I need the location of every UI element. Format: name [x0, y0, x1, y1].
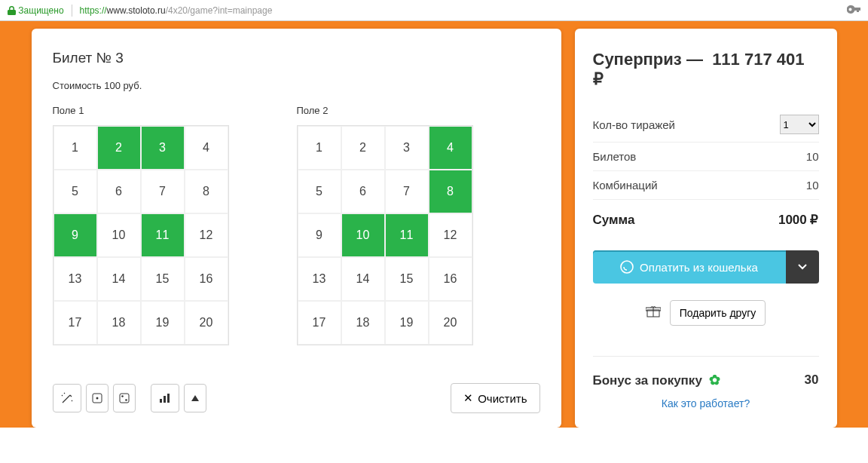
clear-button-label: Очистить: [478, 392, 527, 405]
row-total: Сумма 1000 ₽: [593, 204, 819, 235]
dice-2-icon: [119, 393, 130, 403]
row-draws: Кол-во тиражей 1: [593, 107, 819, 143]
number-cell[interactable]: 12: [429, 213, 472, 257]
gift-icon: [646, 305, 661, 320]
summary-panel: Суперприз — 111 717 401 ₽ Кол-во тиражей…: [575, 29, 837, 428]
number-cell[interactable]: 15: [385, 257, 429, 301]
number-cell[interactable]: 3: [385, 126, 429, 170]
number-cell[interactable]: 7: [141, 170, 185, 213]
number-cell[interactable]: 6: [341, 170, 385, 213]
number-cell[interactable]: 17: [53, 301, 97, 345]
field-2-label: Поле 2: [297, 105, 473, 116]
bonus-value: 30: [805, 373, 819, 388]
tickets-label: Билетов: [593, 150, 637, 163]
bar-chart-icon: [159, 393, 171, 403]
clear-button[interactable]: ✕ Очистить: [451, 383, 539, 413]
number-cell[interactable]: 11: [141, 213, 185, 257]
address-bar: Защищено https://www.stoloto.ru/4x20/gam…: [0, 0, 868, 21]
number-cell[interactable]: 5: [298, 170, 341, 213]
dice-1-button[interactable]: [86, 384, 108, 412]
close-icon: ✕: [463, 391, 473, 405]
number-cell[interactable]: 5: [53, 170, 97, 213]
secure-label: Защищено: [18, 5, 63, 16]
total-value: 1000 ₽: [778, 212, 819, 228]
number-cell[interactable]: 4: [429, 126, 472, 170]
number-cell[interactable]: 10: [97, 213, 141, 257]
svg-point-4: [125, 399, 127, 401]
secure-indicator: Защищено: [8, 5, 64, 16]
number-cell[interactable]: 7: [385, 170, 429, 213]
superprize: Суперприз — 111 717 401 ₽: [593, 50, 819, 89]
magic-wand-icon: [60, 391, 74, 405]
url-protocol: https://: [80, 5, 107, 16]
sort-button[interactable]: [184, 384, 206, 412]
number-cell[interactable]: 8: [185, 170, 228, 213]
field-2: Поле 2 1234567891011121314151617181920: [297, 105, 473, 345]
combos-value: 10: [806, 179, 819, 192]
magic-wand-button[interactable]: [53, 384, 81, 412]
field-2-grid: 1234567891011121314151617181920: [297, 125, 473, 345]
number-cell[interactable]: 20: [429, 301, 472, 345]
number-cell[interactable]: 2: [341, 126, 385, 170]
divider: [72, 5, 72, 17]
number-cell[interactable]: 18: [97, 301, 141, 345]
number-cell[interactable]: 10: [341, 213, 385, 257]
dice-2-button[interactable]: [113, 384, 136, 412]
draws-select[interactable]: 1: [780, 115, 819, 134]
tickets-value: 10: [806, 150, 819, 163]
pay-dropdown-button[interactable]: [786, 250, 819, 284]
superprize-label: Суперприз —: [593, 50, 703, 69]
ticket-title: Билет № 3: [53, 50, 540, 66]
combos-label: Комбинаций: [593, 179, 658, 192]
number-cell[interactable]: 14: [341, 257, 385, 301]
number-cell[interactable]: 2: [97, 126, 141, 170]
ticket-panel: Билет № 3 Стоимость 100 руб. Поле 1 1234…: [32, 29, 561, 428]
svg-point-3: [121, 395, 124, 397]
key-icon[interactable]: [847, 5, 860, 16]
gift-to-friend-button[interactable]: Подарить другу: [670, 300, 766, 326]
url-path: /4x20/game?int=mainpage: [166, 5, 273, 16]
number-cell[interactable]: 12: [185, 213, 228, 257]
number-cell[interactable]: 14: [97, 257, 141, 301]
number-cell[interactable]: 19: [141, 301, 185, 345]
field-1-label: Поле 1: [53, 105, 229, 116]
number-cell[interactable]: 15: [141, 257, 185, 301]
triangle-up-icon: [191, 395, 199, 401]
field-1: Поле 1 1234567891011121314151617181920: [53, 105, 229, 345]
draws-label: Кол-во тиражей: [593, 118, 676, 131]
field-1-grid: 1234567891011121314151617181920: [53, 125, 229, 345]
number-cell[interactable]: 17: [298, 301, 341, 345]
number-cell[interactable]: 8: [429, 170, 472, 213]
number-cell[interactable]: 13: [53, 257, 97, 301]
number-cell[interactable]: 9: [298, 213, 341, 257]
svg-point-8: [621, 261, 633, 273]
number-cell[interactable]: 1: [53, 126, 97, 170]
stats-button[interactable]: [151, 384, 179, 412]
url-host: www.stoloto.ru: [107, 5, 166, 16]
pay-button-label: Оплатить из кошелька: [640, 261, 758, 274]
number-cell[interactable]: 3: [141, 126, 185, 170]
wallet-icon: [620, 260, 634, 274]
clover-icon: ✿: [709, 373, 720, 388]
row-combos: Комбинаций 10: [593, 171, 819, 200]
number-cell[interactable]: 13: [298, 257, 341, 301]
svg-rect-2: [120, 394, 129, 403]
number-cell[interactable]: 11: [385, 213, 429, 257]
url[interactable]: https://www.stoloto.ru/4x20/game?int=mai…: [80, 5, 273, 16]
lock-icon: [8, 6, 16, 15]
chevron-down-icon: [798, 264, 807, 270]
number-cell[interactable]: 1: [298, 126, 341, 170]
number-cell[interactable]: 18: [341, 301, 385, 345]
number-cell[interactable]: 9: [53, 213, 97, 257]
bonus-label: Бонус за покупку: [593, 373, 702, 388]
number-cell[interactable]: 6: [97, 170, 141, 213]
number-cell[interactable]: 16: [185, 257, 228, 301]
row-tickets: Билетов 10: [593, 143, 819, 171]
how-it-works-link[interactable]: Как это работает?: [593, 397, 819, 409]
pay-from-wallet-button[interactable]: Оплатить из кошелька: [593, 250, 786, 284]
number-cell[interactable]: 16: [429, 257, 472, 301]
number-cell[interactable]: 4: [185, 126, 228, 170]
number-cell[interactable]: 19: [385, 301, 429, 345]
total-label: Сумма: [593, 213, 635, 228]
number-cell[interactable]: 20: [185, 301, 228, 345]
